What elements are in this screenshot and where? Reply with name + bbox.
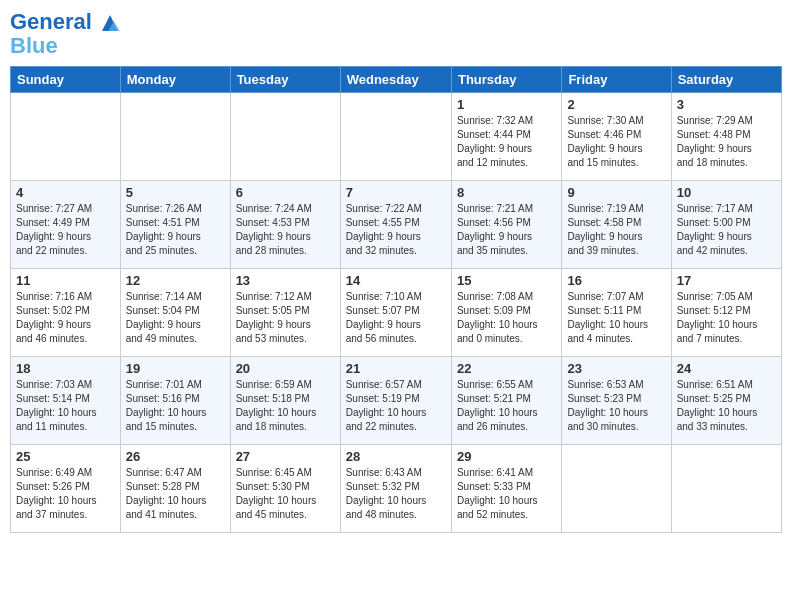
weekday-header: Wednesday [340,67,451,93]
calendar-week-row: 1Sunrise: 7:32 AM Sunset: 4:44 PM Daylig… [11,93,782,181]
day-number: 24 [677,361,776,376]
logo: General Blue [10,10,120,58]
calendar-cell [11,93,121,181]
weekday-header: Friday [562,67,671,93]
day-number: 23 [567,361,665,376]
calendar-cell: 12Sunrise: 7:14 AM Sunset: 5:04 PM Dayli… [120,269,230,357]
calendar-cell: 16Sunrise: 7:07 AM Sunset: 5:11 PM Dayli… [562,269,671,357]
calendar-cell: 4Sunrise: 7:27 AM Sunset: 4:49 PM Daylig… [11,181,121,269]
calendar-cell: 2Sunrise: 7:30 AM Sunset: 4:46 PM Daylig… [562,93,671,181]
day-number: 5 [126,185,225,200]
weekday-header: Tuesday [230,67,340,93]
calendar-cell [562,445,671,533]
day-number: 25 [16,449,115,464]
calendar-cell: 8Sunrise: 7:21 AM Sunset: 4:56 PM Daylig… [451,181,561,269]
day-number: 17 [677,273,776,288]
day-info: Sunrise: 6:47 AM Sunset: 5:28 PM Dayligh… [126,466,225,522]
day-number: 19 [126,361,225,376]
day-info: Sunrise: 6:43 AM Sunset: 5:32 PM Dayligh… [346,466,446,522]
calendar-cell: 18Sunrise: 7:03 AM Sunset: 5:14 PM Dayli… [11,357,121,445]
calendar-cell: 13Sunrise: 7:12 AM Sunset: 5:05 PM Dayli… [230,269,340,357]
calendar-cell: 27Sunrise: 6:45 AM Sunset: 5:30 PM Dayli… [230,445,340,533]
calendar-cell: 20Sunrise: 6:59 AM Sunset: 5:18 PM Dayli… [230,357,340,445]
calendar-week-row: 4Sunrise: 7:27 AM Sunset: 4:49 PM Daylig… [11,181,782,269]
day-number: 4 [16,185,115,200]
calendar-week-row: 11Sunrise: 7:16 AM Sunset: 5:02 PM Dayli… [11,269,782,357]
day-number: 12 [126,273,225,288]
day-number: 13 [236,273,335,288]
day-info: Sunrise: 6:45 AM Sunset: 5:30 PM Dayligh… [236,466,335,522]
day-number: 16 [567,273,665,288]
weekday-header: Thursday [451,67,561,93]
calendar-cell: 3Sunrise: 7:29 AM Sunset: 4:48 PM Daylig… [671,93,781,181]
calendar-cell: 15Sunrise: 7:08 AM Sunset: 5:09 PM Dayli… [451,269,561,357]
calendar-cell: 11Sunrise: 7:16 AM Sunset: 5:02 PM Dayli… [11,269,121,357]
day-info: Sunrise: 7:08 AM Sunset: 5:09 PM Dayligh… [457,290,556,346]
day-info: Sunrise: 6:59 AM Sunset: 5:18 PM Dayligh… [236,378,335,434]
day-info: Sunrise: 7:24 AM Sunset: 4:53 PM Dayligh… [236,202,335,258]
weekday-header: Monday [120,67,230,93]
calendar-cell: 5Sunrise: 7:26 AM Sunset: 4:51 PM Daylig… [120,181,230,269]
day-info: Sunrise: 7:26 AM Sunset: 4:51 PM Dayligh… [126,202,225,258]
day-info: Sunrise: 6:41 AM Sunset: 5:33 PM Dayligh… [457,466,556,522]
day-number: 2 [567,97,665,112]
day-info: Sunrise: 7:32 AM Sunset: 4:44 PM Dayligh… [457,114,556,170]
day-info: Sunrise: 6:55 AM Sunset: 5:21 PM Dayligh… [457,378,556,434]
day-number: 7 [346,185,446,200]
page-header: General Blue [10,10,782,58]
day-number: 8 [457,185,556,200]
calendar-week-row: 25Sunrise: 6:49 AM Sunset: 5:26 PM Dayli… [11,445,782,533]
calendar-cell: 14Sunrise: 7:10 AM Sunset: 5:07 PM Dayli… [340,269,451,357]
calendar-cell: 19Sunrise: 7:01 AM Sunset: 5:16 PM Dayli… [120,357,230,445]
calendar-cell: 10Sunrise: 7:17 AM Sunset: 5:00 PM Dayli… [671,181,781,269]
day-info: Sunrise: 7:07 AM Sunset: 5:11 PM Dayligh… [567,290,665,346]
day-number: 6 [236,185,335,200]
logo-text: General Blue [10,10,120,58]
day-number: 1 [457,97,556,112]
calendar-cell: 21Sunrise: 6:57 AM Sunset: 5:19 PM Dayli… [340,357,451,445]
calendar-cell: 6Sunrise: 7:24 AM Sunset: 4:53 PM Daylig… [230,181,340,269]
day-number: 9 [567,185,665,200]
day-info: Sunrise: 7:17 AM Sunset: 5:00 PM Dayligh… [677,202,776,258]
day-info: Sunrise: 7:21 AM Sunset: 4:56 PM Dayligh… [457,202,556,258]
day-info: Sunrise: 6:49 AM Sunset: 5:26 PM Dayligh… [16,466,115,522]
day-number: 11 [16,273,115,288]
day-number: 26 [126,449,225,464]
calendar-cell: 23Sunrise: 6:53 AM Sunset: 5:23 PM Dayli… [562,357,671,445]
day-info: Sunrise: 7:12 AM Sunset: 5:05 PM Dayligh… [236,290,335,346]
day-number: 28 [346,449,446,464]
day-number: 15 [457,273,556,288]
calendar-cell: 25Sunrise: 6:49 AM Sunset: 5:26 PM Dayli… [11,445,121,533]
day-info: Sunrise: 7:27 AM Sunset: 4:49 PM Dayligh… [16,202,115,258]
weekday-header: Sunday [11,67,121,93]
calendar-cell: 1Sunrise: 7:32 AM Sunset: 4:44 PM Daylig… [451,93,561,181]
day-info: Sunrise: 7:30 AM Sunset: 4:46 PM Dayligh… [567,114,665,170]
calendar-week-row: 18Sunrise: 7:03 AM Sunset: 5:14 PM Dayli… [11,357,782,445]
calendar-cell: 26Sunrise: 6:47 AM Sunset: 5:28 PM Dayli… [120,445,230,533]
day-info: Sunrise: 7:03 AM Sunset: 5:14 PM Dayligh… [16,378,115,434]
day-number: 20 [236,361,335,376]
weekday-header: Saturday [671,67,781,93]
day-info: Sunrise: 7:05 AM Sunset: 5:12 PM Dayligh… [677,290,776,346]
calendar-cell: 7Sunrise: 7:22 AM Sunset: 4:55 PM Daylig… [340,181,451,269]
calendar-cell: 24Sunrise: 6:51 AM Sunset: 5:25 PM Dayli… [671,357,781,445]
calendar-cell [120,93,230,181]
day-info: Sunrise: 7:29 AM Sunset: 4:48 PM Dayligh… [677,114,776,170]
calendar-cell: 17Sunrise: 7:05 AM Sunset: 5:12 PM Dayli… [671,269,781,357]
day-info: Sunrise: 7:01 AM Sunset: 5:16 PM Dayligh… [126,378,225,434]
day-number: 21 [346,361,446,376]
day-info: Sunrise: 7:22 AM Sunset: 4:55 PM Dayligh… [346,202,446,258]
day-info: Sunrise: 7:16 AM Sunset: 5:02 PM Dayligh… [16,290,115,346]
day-number: 22 [457,361,556,376]
day-number: 27 [236,449,335,464]
day-info: Sunrise: 7:10 AM Sunset: 5:07 PM Dayligh… [346,290,446,346]
day-number: 18 [16,361,115,376]
calendar-cell: 22Sunrise: 6:55 AM Sunset: 5:21 PM Dayli… [451,357,561,445]
calendar-cell: 9Sunrise: 7:19 AM Sunset: 4:58 PM Daylig… [562,181,671,269]
day-number: 29 [457,449,556,464]
day-info: Sunrise: 7:19 AM Sunset: 4:58 PM Dayligh… [567,202,665,258]
day-number: 14 [346,273,446,288]
calendar-cell [340,93,451,181]
calendar-cell: 29Sunrise: 6:41 AM Sunset: 5:33 PM Dayli… [451,445,561,533]
calendar-cell [671,445,781,533]
